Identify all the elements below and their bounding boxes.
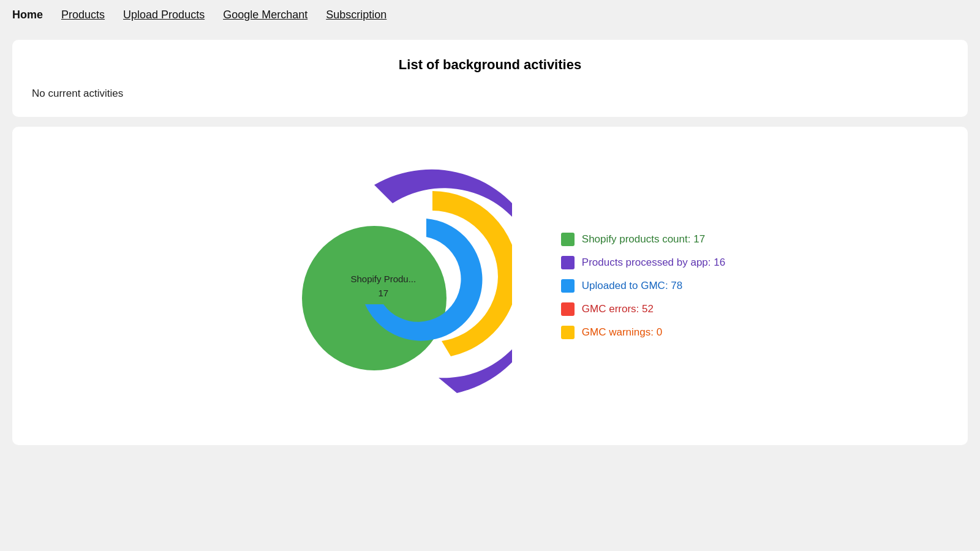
legend-swatch-errors: [561, 302, 575, 316]
nav-upload-products[interactable]: Upload Products: [123, 9, 205, 21]
nav-subscription[interactable]: Subscription: [326, 9, 386, 21]
legend-label-shopify: Shopify products count: 17: [582, 233, 705, 246]
legend-label-errors: GMC errors: 52: [582, 303, 654, 315]
legend-swatch-warnings: [561, 326, 575, 339]
legend-swatch-shopify: [561, 233, 575, 246]
chart-area: Shopify Produ... 17: [255, 157, 512, 414]
chart-panel: Shopify Produ... 17 Shopify products cou…: [12, 127, 968, 445]
legend-item-shopify: Shopify products count: 17: [561, 233, 725, 246]
nav-home[interactable]: Home: [12, 9, 43, 21]
legend-item-processed: Products processed by app: 16: [561, 256, 725, 269]
activities-panel: List of background activities No current…: [12, 40, 968, 117]
main-nav: Home Products Upload Products Google Mer…: [0, 0, 980, 30]
legend-label-uploaded: Uploaded to GMC: 78: [582, 280, 682, 292]
legend-swatch-processed: [561, 256, 575, 269]
nav-google-merchant[interactable]: Google Merchant: [223, 9, 307, 21]
legend-item-uploaded: Uploaded to GMC: 78: [561, 279, 725, 293]
svg-point-0: [302, 226, 447, 370]
legend-label-warnings: GMC warnings: 0: [582, 326, 662, 339]
no-activities-message: No current activities: [32, 88, 948, 100]
activities-title: List of background activities: [32, 57, 948, 73]
chart-legend: Shopify products count: 17 Products proc…: [561, 233, 725, 339]
legend-label-processed: Products processed by app: 16: [582, 257, 725, 269]
nav-products[interactable]: Products: [61, 9, 105, 21]
legend-swatch-uploaded: [561, 279, 575, 293]
legend-item-warnings: GMC warnings: 0: [561, 326, 725, 339]
legend-item-errors: GMC errors: 52: [561, 302, 725, 316]
